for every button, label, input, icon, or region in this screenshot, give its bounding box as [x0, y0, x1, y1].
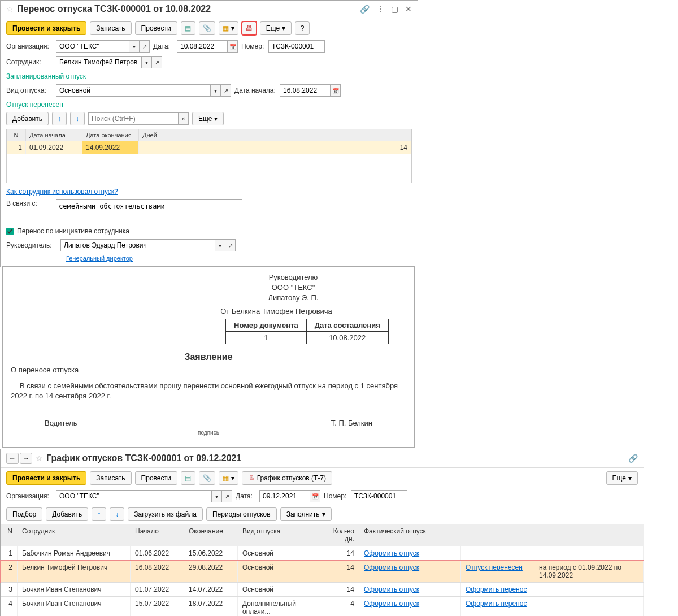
- create-vacation-link[interactable]: Оформить отпуск: [364, 600, 419, 608]
- dropdown-icon[interactable]: ▾: [142, 56, 152, 68]
- move-down-icon[interactable]: ↓: [70, 112, 85, 125]
- application-document: Руководителю ООО "ТЕКС" Липатову Э. П. О…: [2, 266, 415, 448]
- date-label: Дата:: [153, 42, 173, 50]
- start-date-input[interactable]: [280, 84, 331, 97]
- move-down-icon[interactable]: ↓: [110, 507, 124, 521]
- window-title: График отпусков ТСЗК-000001 от 09.12.202…: [46, 453, 628, 463]
- search-input[interactable]: [88, 112, 179, 125]
- pick-button[interactable]: Подбор: [6, 507, 42, 521]
- doc-to-line2: ООО "ТЕКС": [180, 283, 406, 293]
- grid-row[interactable]: 2Белкин Тимофей Петрович16.08.202229.08.…: [1, 561, 644, 583]
- open-icon[interactable]: ↗: [222, 490, 232, 502]
- periods-button[interactable]: Периоды отпусков: [206, 507, 277, 521]
- employee-label: Сотрудник:: [6, 58, 53, 66]
- doc-to-line3: Липатову Э. П.: [180, 293, 406, 303]
- move-up-icon[interactable]: ↑: [52, 112, 67, 125]
- manager-position-link[interactable]: Генеральный директор: [66, 255, 133, 262]
- calendar-icon[interactable]: 📅: [331, 84, 341, 97]
- more-button[interactable]: Еще ▾: [260, 21, 292, 35]
- clear-search-icon[interactable]: ×: [179, 112, 189, 125]
- calendar-icon[interactable]: 📅: [228, 40, 238, 53]
- post-and-close-button[interactable]: Провести и закрыть: [6, 21, 86, 35]
- print-icon[interactable]: 🖶: [242, 21, 257, 35]
- dropdown-icon[interactable]: ▾: [215, 239, 225, 251]
- dropdown-icon[interactable]: ▾: [129, 40, 140, 53]
- vacation-type-label: Вид отпуска:: [6, 86, 53, 94]
- template-icon[interactable]: ▦ ▾: [219, 471, 238, 485]
- org-input[interactable]: [56, 490, 212, 502]
- org-label: Организация:: [6, 492, 53, 500]
- schedule-grid: N Сотрудник Начало Окончание Вид отпуска…: [1, 524, 644, 616]
- post-and-close-button[interactable]: Провести и закрыть: [6, 471, 86, 485]
- table-row[interactable]: 1 01.09.2022 14.09.2022 14: [7, 141, 411, 154]
- grid-row[interactable]: 1Бабочкин Роман Андреевич01.06.202215.06…: [1, 546, 644, 561]
- move-up-icon[interactable]: ↑: [92, 507, 106, 521]
- more-icon[interactable]: ⋮: [376, 5, 384, 14]
- more-button[interactable]: Еще ▾: [606, 471, 638, 485]
- date-input[interactable]: [177, 40, 228, 53]
- post-button[interactable]: Провести: [135, 21, 177, 35]
- start-date-label: Дата начала:: [234, 86, 276, 94]
- close-icon[interactable]: ✕: [405, 5, 412, 14]
- transfer-link[interactable]: Оформить перенос: [466, 585, 527, 593]
- help-icon[interactable]: ?: [295, 21, 310, 35]
- dropdown-icon[interactable]: ▾: [212, 490, 222, 502]
- open-icon[interactable]: ↗: [225, 239, 236, 251]
- table-more-button[interactable]: Еще ▾: [192, 112, 224, 125]
- link-icon[interactable]: 🔗: [360, 5, 370, 14]
- save-button[interactable]: Записать: [90, 471, 131, 485]
- maximize-icon[interactable]: ▢: [391, 5, 398, 14]
- link-icon[interactable]: 🔗: [628, 454, 638, 463]
- grid-row[interactable]: 3Бочкин Иван Степанович01.07.202214.07.2…: [1, 583, 644, 597]
- col-days: Дней: [139, 129, 411, 141]
- load-file-button[interactable]: Загрузить из файла: [128, 507, 203, 521]
- open-icon[interactable]: ↗: [152, 56, 162, 68]
- nav-forward-icon[interactable]: →: [20, 453, 32, 464]
- employee-input[interactable]: [56, 56, 142, 68]
- number-input[interactable]: [351, 490, 407, 502]
- add-row-button[interactable]: Добавить: [6, 112, 49, 125]
- manager-input[interactable]: [60, 239, 215, 251]
- vacation-type-input[interactable]: [56, 84, 211, 97]
- grid-row[interactable]: 4Бочкин Иван Степанович15.07.202218.07.2…: [1, 597, 644, 616]
- number-input[interactable]: [268, 40, 325, 53]
- doc-subtitle: О переносе отпуска: [11, 366, 406, 374]
- number-label: Номер:: [241, 42, 265, 50]
- favorite-icon[interactable]: ☆: [6, 5, 14, 14]
- nav-back-icon[interactable]: ←: [6, 453, 19, 464]
- doc-name: Т. П. Белкин: [331, 419, 372, 427]
- open-icon[interactable]: ↗: [221, 84, 231, 97]
- org-input[interactable]: [56, 40, 129, 53]
- doc-from: От Белкина Тимофея Петровича: [146, 307, 406, 315]
- initiative-checkbox[interactable]: [6, 228, 14, 235]
- calendar-icon[interactable]: 📅: [310, 490, 320, 502]
- org-label: Организация:: [6, 42, 53, 50]
- vacation-transfer-window: ☆ Перенос отпуска ТСЗК-000001 от 10.08.2…: [0, 0, 418, 267]
- reason-textarea[interactable]: [56, 199, 242, 223]
- create-vacation-link[interactable]: Оформить отпуск: [364, 563, 419, 571]
- dropdown-icon[interactable]: ▾: [211, 84, 221, 97]
- report-icon[interactable]: ▤: [181, 21, 195, 35]
- open-icon[interactable]: ↗: [140, 40, 150, 53]
- print-t7-button[interactable]: 🖶 График отпусков (Т-7): [242, 471, 332, 485]
- doc-to-line1: Руководителю: [180, 272, 406, 283]
- create-vacation-link[interactable]: Оформить отпуск: [364, 585, 419, 593]
- reason-label: В связи с:: [6, 199, 53, 207]
- report-icon[interactable]: ▤: [181, 471, 195, 485]
- date-label: Дата:: [236, 492, 256, 500]
- template-icon[interactable]: ▦ ▾: [219, 21, 238, 35]
- col-n: N: [7, 129, 26, 141]
- favorite-icon[interactable]: ☆: [36, 454, 43, 463]
- usage-link[interactable]: Как сотрудник использовал отпуск?: [6, 188, 118, 196]
- save-button[interactable]: Записать: [90, 21, 131, 35]
- add-button[interactable]: Добавить: [46, 507, 88, 521]
- transfer-link[interactable]: Оформить перенос: [466, 600, 527, 608]
- doc-body: В связи с семейными обстоятельствами про…: [11, 381, 406, 402]
- post-button[interactable]: Провести: [135, 471, 177, 485]
- fill-button[interactable]: Заполнить ▾: [280, 507, 332, 521]
- attachment-icon[interactable]: 📎: [199, 471, 215, 485]
- date-input[interactable]: [259, 490, 310, 502]
- transfer-link[interactable]: Отпуск перенесен: [466, 563, 523, 571]
- create-vacation-link[interactable]: Оформить отпуск: [364, 549, 419, 557]
- attachment-icon[interactable]: 📎: [199, 21, 215, 35]
